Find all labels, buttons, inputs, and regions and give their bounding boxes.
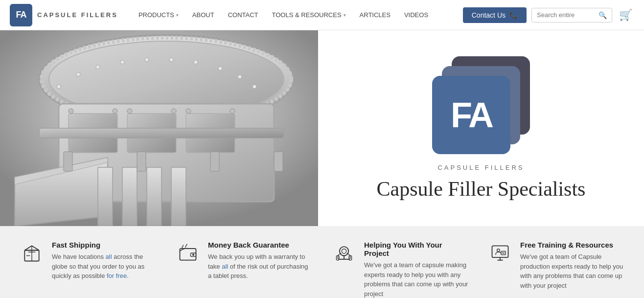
chevron-down-icon: ▾ — [344, 13, 346, 18]
feature-description: We've got a team of capsule making exper… — [364, 260, 468, 298]
wallet-svg — [177, 242, 199, 264]
svg-point-29 — [253, 85, 256, 89]
svg-point-16 — [127, 109, 132, 114]
logo-icon: FA — [10, 4, 32, 26]
svg-rect-11 — [122, 167, 137, 226]
main-nav: PRODUCTS ▾ ABOUT CONTACT TOOLS & RESOURC… — [133, 8, 463, 22]
feature-fast-shipping-text: Fast Shipping We have locations all acro… — [52, 241, 156, 281]
svg-point-44 — [342, 249, 346, 253]
logo-fa-text: FA — [451, 97, 492, 133]
svg-rect-33 — [210, 152, 219, 171]
svg-point-19 — [230, 109, 235, 114]
nav-about[interactable]: ABOUT — [186, 8, 220, 22]
svg-point-24 — [145, 58, 149, 62]
svg-point-43 — [340, 247, 348, 255]
feature-training-text: Free Training & Resources We've got a te… — [520, 241, 624, 290]
svg-point-28 — [238, 75, 242, 79]
svg-rect-32 — [137, 152, 146, 171]
hero-headline: Capsule Filler Specialists — [377, 177, 586, 201]
feature-fast-shipping: Fast Shipping We have locations all acro… — [20, 241, 156, 298]
svg-rect-31 — [64, 152, 72, 171]
svg-point-22 — [96, 65, 100, 69]
feature-money-back-text: Money Back Guarantee We back you up with… — [208, 241, 312, 281]
search-input[interactable] — [537, 11, 596, 19]
feature-description: We back you up with a warranty to take a… — [208, 252, 312, 281]
phone-icon: 📞 — [509, 11, 518, 19]
svg-point-15 — [113, 109, 117, 114]
feature-money-back: Money Back Guarantee We back you up with… — [176, 241, 312, 298]
svg-rect-30 — [39, 128, 284, 138]
hero-brand-subtitle: CAPSULE FILLERS — [437, 164, 524, 171]
feature-title: Free Training & Resources — [520, 241, 624, 249]
svg-rect-13 — [171, 167, 186, 226]
feature-helping-project: Helping You With Your Project We've got … — [332, 241, 468, 298]
hero-content: FA CAPSULE FILLERS Capsule Filler Specia… — [318, 30, 644, 226]
search-box[interactable]: 🔍 — [531, 8, 612, 23]
feature-free-training: Free Training & Resources We've got a te… — [488, 241, 624, 298]
contact-us-button[interactable]: Contact Us 📞 — [463, 7, 527, 23]
feature-description: We have locations all across the globe s… — [52, 252, 156, 281]
monitor-icon — [488, 241, 512, 265]
nav-contact[interactable]: CONTACT — [222, 8, 264, 22]
fa-logo-large: FA — [432, 56, 530, 154]
svg-point-26 — [194, 60, 198, 64]
svg-point-52 — [497, 249, 500, 252]
highlight-link[interactable]: all — [222, 263, 228, 270]
header-actions: Contact Us 📞 🔍 🛒 — [463, 7, 634, 23]
nav-articles[interactable]: ARTICLES — [354, 8, 396, 22]
svg-point-20 — [57, 85, 61, 89]
svg-point-21 — [76, 72, 80, 76]
machine-image — [0, 30, 318, 226]
highlight-link[interactable]: all — [106, 253, 112, 260]
site-logo[interactable]: FA CAPSULE FILLERS — [10, 4, 118, 26]
headset-svg — [333, 242, 355, 264]
headset-icon — [332, 241, 356, 265]
nav-tools-resources[interactable]: TOOLS & RESOURCES ▾ — [266, 8, 352, 22]
chevron-down-icon: ▾ — [176, 13, 179, 18]
nav-products[interactable]: PRODUCTS ▾ — [133, 8, 184, 22]
cart-icon[interactable]: 🛒 — [617, 7, 634, 23]
svg-rect-10 — [98, 167, 113, 226]
feature-title: Fast Shipping — [52, 241, 156, 249]
monitor-svg — [489, 242, 511, 264]
feature-title: Helping You With Your Project — [364, 241, 468, 257]
svg-point-25 — [169, 58, 173, 62]
hero-image — [0, 30, 318, 226]
svg-point-17 — [171, 109, 176, 114]
search-icon: 🔍 — [598, 11, 607, 19]
svg-rect-12 — [147, 167, 161, 226]
highlight-link-2[interactable]: for free — [107, 272, 127, 279]
feature-title: Money Back Guarantee — [208, 241, 312, 249]
logo-layer-front: FA — [432, 76, 510, 154]
svg-rect-34 — [274, 152, 283, 171]
feature-description: We've got a team of Capsule production e… — [520, 252, 624, 290]
svg-point-42 — [193, 254, 194, 255]
feature-helping-text: Helping You With Your Project We've got … — [364, 241, 468, 298]
svg-point-18 — [186, 109, 191, 114]
brand-name: CAPSULE FILLERS — [37, 11, 118, 19]
wallet-icon — [176, 241, 200, 265]
box-icon — [20, 241, 44, 265]
features-section: Fast Shipping We have locations all acro… — [0, 226, 644, 298]
svg-rect-53 — [501, 251, 506, 254]
svg-point-14 — [69, 109, 73, 114]
svg-point-27 — [218, 67, 222, 70]
hero-section: FA CAPSULE FILLERS Capsule Filler Specia… — [0, 30, 644, 226]
site-header: FA CAPSULE FILLERS PRODUCTS ▾ ABOUT CONT… — [0, 0, 644, 30]
machine-svg — [0, 30, 318, 226]
nav-videos[interactable]: VIDEOS — [398, 8, 434, 22]
box-svg — [21, 242, 43, 264]
svg-point-23 — [120, 60, 124, 64]
